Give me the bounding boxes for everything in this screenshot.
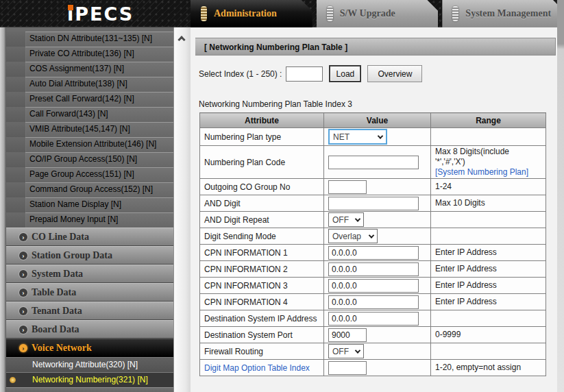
select-value: NET bbox=[333, 132, 350, 142]
value-input[interactable] bbox=[328, 262, 419, 276]
range-text: Max 10 Digits bbox=[435, 198, 485, 208]
attribute-link[interactable]: Digit Map Option Table Index bbox=[204, 363, 310, 373]
table-header-row: Attribute Value Range bbox=[200, 113, 546, 128]
overview-button[interactable]: Overview bbox=[367, 65, 422, 82]
value-cell bbox=[324, 360, 431, 376]
range-cell: Enter IP Address bbox=[431, 245, 546, 261]
sidebar-item[interactable]: Command Group Access(152) [N] bbox=[6, 182, 173, 197]
sidebar-category[interactable]: ›CO Line Data bbox=[6, 228, 173, 246]
table-row: Digit Sending ModeOverlap bbox=[200, 228, 546, 245]
sidebar-item[interactable]: Prepaid Money Input [N] bbox=[6, 212, 173, 228]
value-cell bbox=[324, 179, 431, 195]
window-right-edge bbox=[557, 0, 564, 392]
attribute-cell: CPN INFORMATION 2 bbox=[200, 261, 324, 278]
value-cell bbox=[324, 245, 431, 261]
value-select[interactable]: NET bbox=[328, 129, 387, 145]
tab-system-management[interactable]: System Management bbox=[442, 0, 564, 27]
attribute-label: Numbering Plan type bbox=[204, 132, 281, 142]
range-cell bbox=[431, 310, 546, 327]
sidebar-category[interactable]: ›Tenant Data bbox=[6, 302, 173, 320]
range-cell: Max 8 Digits(include '*','#','X')[System… bbox=[431, 146, 546, 179]
app-header: iPECS AdministrationS/W UpgradeSystem Ma… bbox=[0, 0, 564, 27]
value-cell bbox=[324, 278, 431, 294]
sidebar-category[interactable]: ›Station Group Data bbox=[6, 246, 173, 265]
value-input[interactable] bbox=[328, 246, 419, 260]
attribute-label: Digit Sending Mode bbox=[204, 232, 276, 241]
sidebar-item[interactable]: Station Name Display [N] bbox=[6, 197, 173, 212]
value-input[interactable] bbox=[328, 156, 419, 169]
tab-s-w-upgrade[interactable]: S/W Upgrade bbox=[317, 0, 439, 27]
sidebar-item[interactable]: Mobile Extension Attribute(146) [N] bbox=[6, 137, 173, 152]
select-index-input[interactable] bbox=[286, 66, 323, 82]
sidebar-category-label: Table Data bbox=[32, 287, 76, 298]
value-input[interactable] bbox=[328, 361, 367, 375]
sidebar-item[interactable]: Station DN Attribute(131~135) [N] bbox=[6, 32, 173, 47]
sidebar-category-label: Board Data bbox=[32, 324, 79, 335]
sidebar-item[interactable]: VMIB Attribute(145,147) [N] bbox=[6, 122, 173, 137]
sidebar-item[interactable]: COS Assignment(137) [N] bbox=[6, 62, 173, 77]
sidebar-category[interactable]: ›System Data bbox=[6, 265, 173, 283]
value-select[interactable]: Overlap bbox=[328, 229, 378, 243]
attribute-label: Destination System Port bbox=[204, 330, 293, 340]
chevron-circle-icon: › bbox=[19, 270, 27, 278]
attribute-cell: Digit Map Option Table Index bbox=[200, 360, 324, 376]
tab-label: S/W Upgrade bbox=[340, 8, 395, 19]
numbering-plan-table: Attribute Value Range Numbering Plan typ… bbox=[199, 112, 546, 376]
chevron-circle-icon: › bbox=[19, 252, 27, 260]
sidebar-subitem[interactable]: Networking Attribute(320) [N] bbox=[6, 357, 173, 372]
brand-logo-text: iPECS bbox=[67, 3, 134, 25]
range-cell: Enter IP Address bbox=[431, 278, 546, 294]
select-value: OFF bbox=[332, 347, 349, 356]
page-title: [ Networking Numbering Plan Table ] bbox=[195, 38, 556, 56]
table-row: Outgoing CO Group No1-24 bbox=[200, 179, 546, 195]
tab-administration[interactable]: Administration bbox=[191, 0, 312, 27]
sidebar-item[interactable]: Auto Dial Attribute(138) [N] bbox=[6, 77, 173, 92]
value-select[interactable]: OFF bbox=[328, 344, 364, 358]
value-input[interactable] bbox=[328, 279, 419, 293]
sidebar-category[interactable]: ›Board Data bbox=[6, 320, 173, 339]
value-input[interactable] bbox=[328, 312, 419, 326]
column-header-value: Value bbox=[324, 113, 431, 128]
range-text: Enter IP Address bbox=[435, 297, 497, 306]
range-cell: 1-20, empty=not assign bbox=[431, 360, 546, 376]
scroll-up-button[interactable] bbox=[174, 32, 191, 45]
value-input[interactable] bbox=[328, 197, 419, 210]
sidebar-scrollbar[interactable] bbox=[173, 27, 191, 392]
range-link[interactable]: [System Numbering Plan] bbox=[435, 167, 541, 177]
value-input[interactable] bbox=[328, 180, 367, 194]
range-cell: 0-9999 bbox=[431, 327, 546, 343]
sidebar-category[interactable]: ›Voice Network bbox=[6, 339, 173, 357]
table-row: CPN INFORMATION 2Enter IP Address bbox=[200, 261, 546, 278]
select-value: OFF bbox=[332, 215, 349, 225]
sidebar-item[interactable]: Call Forward(143) [N] bbox=[6, 107, 173, 122]
value-cell bbox=[324, 195, 431, 212]
attribute-cell: Destination System IP Address bbox=[200, 310, 324, 327]
range-text: Enter IP Address bbox=[435, 280, 497, 290]
value-input[interactable] bbox=[328, 328, 367, 342]
attribute-cell: Numbering Plan type bbox=[200, 128, 324, 146]
load-button[interactable]: Load bbox=[329, 65, 361, 82]
chevron-circle-icon: › bbox=[19, 289, 27, 297]
chevron-circle-icon: › bbox=[19, 326, 27, 334]
value-select[interactable]: OFF bbox=[328, 212, 364, 227]
tab-decor-icon bbox=[327, 6, 333, 21]
column-header-attribute: Attribute bbox=[200, 113, 324, 128]
sidebar-category[interactable]: ›Table Data bbox=[6, 283, 173, 302]
range-text: 0-9999 bbox=[435, 330, 461, 339]
attribute-label: AND Digit bbox=[204, 199, 241, 208]
sidebar-left-edge bbox=[0, 27, 6, 392]
attribute-cell: CPN INFORMATION 3 bbox=[200, 278, 324, 294]
sidebar-subitem[interactable]: Networking Numbering(321) [N] bbox=[6, 372, 173, 387]
sidebar-category-label: System Data bbox=[32, 269, 83, 280]
value-cell bbox=[324, 327, 431, 343]
attribute-cell: AND Digit Repeat bbox=[200, 212, 324, 228]
table-row: CPN INFORMATION 1Enter IP Address bbox=[200, 245, 546, 261]
sidebar-item[interactable]: Preset Call Forward(142) [N] bbox=[6, 92, 173, 107]
sidebar-item[interactable]: CO/IP Group Access(150) [N] bbox=[6, 152, 173, 167]
value-input[interactable] bbox=[328, 295, 419, 309]
range-cell bbox=[431, 343, 546, 360]
sidebar-item[interactable]: Private CO Attribute(136) [N] bbox=[6, 47, 173, 62]
attribute-cell: AND Digit bbox=[200, 195, 324, 212]
sidebar-item[interactable]: Page Group Access(151) [N] bbox=[6, 167, 173, 182]
attribute-label: Firewall Routing bbox=[204, 347, 263, 356]
